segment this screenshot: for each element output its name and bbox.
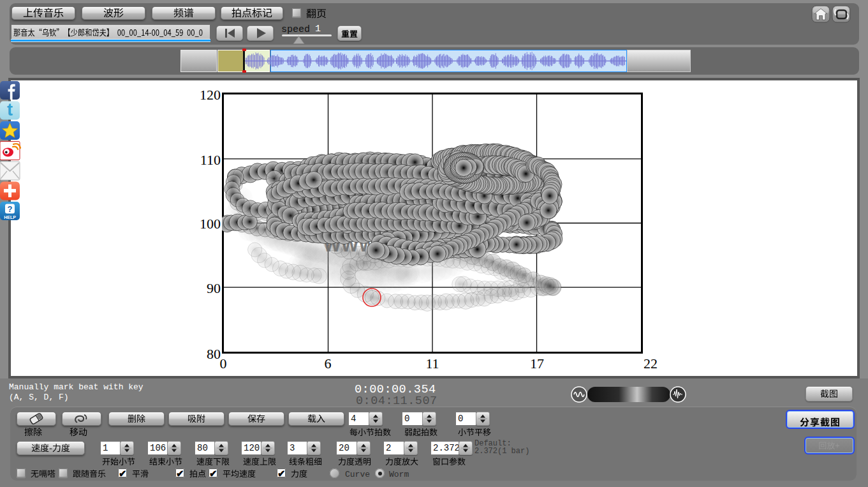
svg-text:t: t xyxy=(7,100,13,119)
svg-text:?: ? xyxy=(8,204,13,214)
svg-text:HELP: HELP xyxy=(4,215,16,220)
